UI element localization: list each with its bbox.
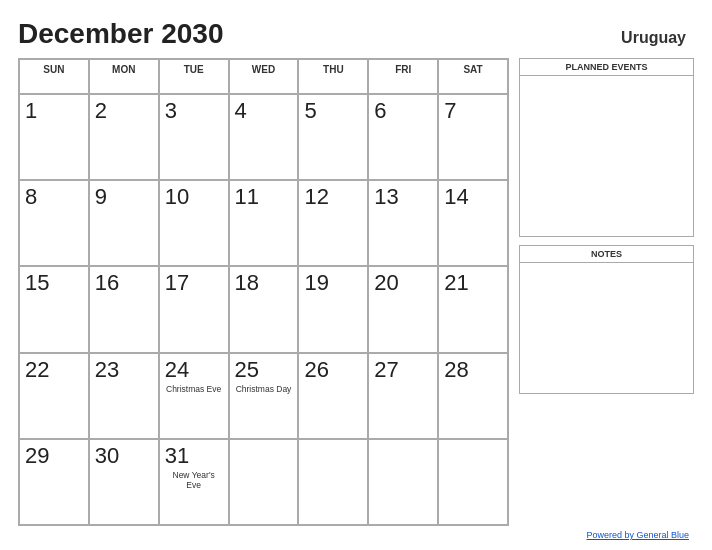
day-header-sat: SAT (438, 59, 508, 94)
day-number: 9 (95, 185, 107, 209)
day-cell: 7 (438, 94, 508, 180)
day-header-fri: FRI (368, 59, 438, 94)
day-cell: 2 (89, 94, 159, 180)
day-cell: 11 (229, 180, 299, 266)
day-cell: 13 (368, 180, 438, 266)
day-cell: 15 (19, 266, 89, 352)
sidebar: PLANNED EVENTS NOTES (519, 58, 694, 526)
day-cell: 8 (19, 180, 89, 266)
day-cell: 4 (229, 94, 299, 180)
day-cell: 23 (89, 353, 159, 439)
day-number: 14 (444, 185, 468, 209)
day-number: 22 (25, 358, 49, 382)
day-cell: 1 (19, 94, 89, 180)
day-event: Christmas Day (235, 384, 293, 394)
day-cell: 18 (229, 266, 299, 352)
day-number: 20 (374, 271, 398, 295)
day-number: 15 (25, 271, 49, 295)
day-cell: 28 (438, 353, 508, 439)
day-number: 3 (165, 99, 177, 123)
day-cell: 27 (368, 353, 438, 439)
page: December 2030 Uruguay SUNMONTUEWEDTHUFRI… (0, 0, 712, 550)
day-cell: 24Christmas Eve (159, 353, 229, 439)
day-cell: 26 (298, 353, 368, 439)
day-number: 16 (95, 271, 119, 295)
day-header-tue: TUE (159, 59, 229, 94)
day-number: 5 (304, 99, 316, 123)
day-cell: 10 (159, 180, 229, 266)
day-number: 29 (25, 444, 49, 468)
month-title: December 2030 (18, 18, 223, 50)
day-number: 4 (235, 99, 247, 123)
day-cell: 31New Year's Eve (159, 439, 229, 525)
header: December 2030 Uruguay (18, 18, 694, 50)
day-event: Christmas Eve (165, 384, 223, 394)
day-cell (368, 439, 438, 525)
day-header-mon: MON (89, 59, 159, 94)
day-cell: 14 (438, 180, 508, 266)
day-cell: 3 (159, 94, 229, 180)
day-number: 10 (165, 185, 189, 209)
day-number: 30 (95, 444, 119, 468)
day-cell: 22 (19, 353, 89, 439)
day-number: 17 (165, 271, 189, 295)
day-cell: 17 (159, 266, 229, 352)
powered-by-link[interactable]: Powered by General Blue (586, 530, 689, 540)
day-number: 12 (304, 185, 328, 209)
day-number: 1 (25, 99, 37, 123)
day-number: 8 (25, 185, 37, 209)
day-cell: 20 (368, 266, 438, 352)
day-number: 24 (165, 358, 189, 382)
day-header-thu: THU (298, 59, 368, 94)
day-cell: 19 (298, 266, 368, 352)
day-number: 21 (444, 271, 468, 295)
day-cell (298, 439, 368, 525)
notes-content (520, 263, 693, 393)
day-cell: 5 (298, 94, 368, 180)
day-number: 6 (374, 99, 386, 123)
planned-events-content (520, 76, 693, 236)
day-cell: 29 (19, 439, 89, 525)
planned-events-title: PLANNED EVENTS (520, 59, 693, 76)
day-number: 13 (374, 185, 398, 209)
notes-box: NOTES (519, 245, 694, 394)
day-number: 27 (374, 358, 398, 382)
calendar-section: SUNMONTUEWEDTHUFRISAT1234567891011121314… (18, 58, 509, 526)
day-event: New Year's Eve (165, 470, 223, 490)
day-cell: 12 (298, 180, 368, 266)
day-cell (229, 439, 299, 525)
day-header-sun: SUN (19, 59, 89, 94)
calendar-grid: SUNMONTUEWEDTHUFRISAT1234567891011121314… (19, 59, 508, 525)
day-header-wed: WED (229, 59, 299, 94)
day-number: 11 (235, 185, 259, 209)
country-name: Uruguay (621, 29, 686, 47)
day-number: 25 (235, 358, 259, 382)
day-number: 19 (304, 271, 328, 295)
day-number: 26 (304, 358, 328, 382)
day-cell: 9 (89, 180, 159, 266)
day-cell: 21 (438, 266, 508, 352)
main-area: SUNMONTUEWEDTHUFRISAT1234567891011121314… (18, 58, 694, 526)
day-number: 18 (235, 271, 259, 295)
day-number: 2 (95, 99, 107, 123)
notes-title: NOTES (520, 246, 693, 263)
day-number: 28 (444, 358, 468, 382)
day-cell (438, 439, 508, 525)
footer: Powered by General Blue (18, 530, 694, 540)
day-cell: 16 (89, 266, 159, 352)
day-number: 31 (165, 444, 189, 468)
day-number: 23 (95, 358, 119, 382)
day-cell: 30 (89, 439, 159, 525)
day-cell: 25Christmas Day (229, 353, 299, 439)
planned-events-box: PLANNED EVENTS (519, 58, 694, 237)
day-number: 7 (444, 99, 456, 123)
day-cell: 6 (368, 94, 438, 180)
